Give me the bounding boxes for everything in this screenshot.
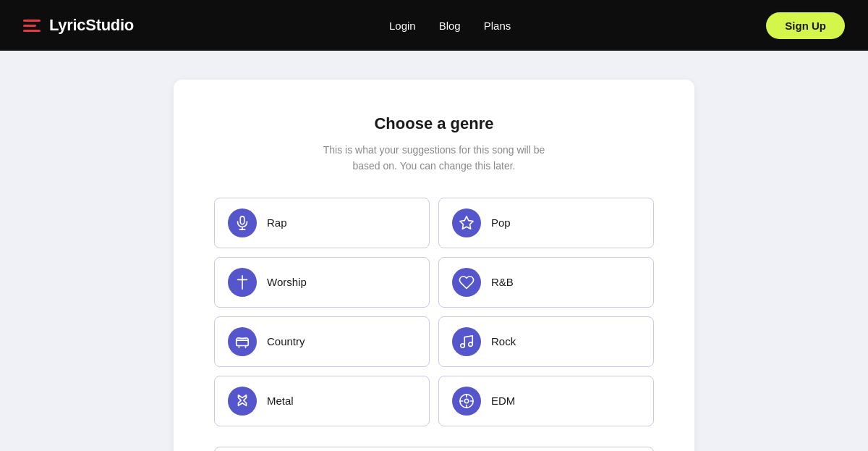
- page-content: Choose a genre This is what your suggest…: [0, 51, 868, 451]
- genre-worship-button[interactable]: Worship: [214, 257, 430, 308]
- edm-label: EDM: [491, 395, 515, 407]
- metal-icon: [228, 387, 257, 416]
- genre-edm-button[interactable]: EDM: [438, 376, 654, 426]
- navbar: LyricStudio Login Blog Plans Sign Up: [0, 0, 868, 51]
- svg-rect-5: [237, 340, 249, 345]
- rock-icon: [452, 327, 481, 356]
- svg-point-9: [469, 342, 473, 347]
- card-title: Choose a genre: [214, 114, 654, 133]
- logo-icon: [23, 20, 41, 32]
- logo-text: LyricStudio: [49, 16, 134, 35]
- pop-label: Pop: [491, 216, 511, 229]
- genre-rock-button[interactable]: Rock: [438, 316, 654, 367]
- edm-icon: [452, 387, 481, 416]
- login-link[interactable]: Login: [389, 20, 416, 32]
- signup-button[interactable]: Sign Up: [766, 12, 845, 39]
- worship-icon: [228, 268, 257, 297]
- pop-icon: [452, 208, 481, 237]
- nav-logo-area: LyricStudio: [23, 16, 134, 35]
- rnb-label: R&B: [491, 276, 514, 288]
- genre-rap-button[interactable]: Rap: [214, 198, 430, 248]
- genre-country-button[interactable]: Country: [214, 316, 430, 367]
- genre-pop-button[interactable]: Pop: [438, 198, 654, 248]
- rap-icon: [228, 208, 257, 237]
- rap-label: Rap: [267, 216, 287, 229]
- rock-label: Rock: [491, 335, 516, 347]
- plans-link[interactable]: Plans: [484, 20, 511, 32]
- country-label: Country: [267, 335, 305, 347]
- svg-point-11: [464, 399, 469, 403]
- country-icon: [228, 327, 257, 356]
- genre-metal-button[interactable]: Metal: [214, 376, 430, 426]
- skip-button[interactable]: Skip: [214, 447, 654, 451]
- card-subtitle: This is what your suggestions for this s…: [214, 142, 654, 174]
- nav-links: Login Blog Plans: [389, 20, 511, 32]
- blog-link[interactable]: Blog: [439, 20, 461, 32]
- metal-label: Metal: [267, 395, 294, 407]
- svg-point-8: [461, 344, 465, 348]
- rnb-icon: [452, 268, 481, 297]
- genre-grid: Rap Pop Worship R&B: [214, 198, 654, 426]
- genre-rnb-button[interactable]: R&B: [438, 257, 654, 308]
- worship-label: Worship: [267, 276, 307, 288]
- genre-card: Choose a genre This is what your suggest…: [174, 80, 694, 451]
- svg-marker-2: [460, 216, 473, 229]
